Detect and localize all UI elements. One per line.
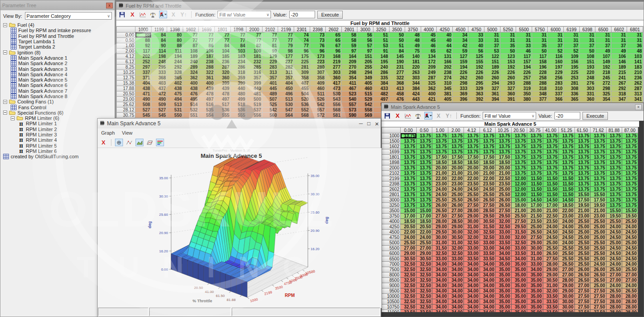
table-cell[interactable]: 35.00 (511, 272, 527, 278)
table-cell[interactable]: 226 (484, 70, 500, 75)
table-cell[interactable]: 32.50 (448, 251, 464, 256)
table-cell[interactable]: 30.50 (401, 256, 417, 262)
table-cell[interactable]: 34 (452, 38, 468, 43)
table-cell[interactable]: 31 (627, 38, 643, 43)
table-cell[interactable]: 28.00 (559, 278, 575, 283)
table-cell[interactable]: 530 (326, 91, 342, 97)
row-header[interactable]: 17.88 (117, 86, 135, 91)
table-cell[interactable]: 34.00 (480, 310, 496, 313)
table-cell[interactable]: 344 (405, 81, 421, 86)
table-cell[interactable]: 35.00 (496, 283, 512, 288)
table-cell[interactable]: 545 (135, 113, 152, 118)
table-cell[interactable]: 295 (468, 81, 484, 86)
table-cell[interactable]: 228 (532, 70, 548, 75)
table-cell[interactable]: 526 (310, 97, 326, 102)
table-cell[interactable]: 23.00 (574, 214, 591, 219)
table-cell[interactable]: 18.50 (416, 219, 432, 224)
table-cell[interactable]: 51 (373, 38, 389, 43)
table-cell[interactable]: 377 (532, 97, 548, 102)
row-header[interactable]: 2602 (382, 187, 401, 192)
table-cell[interactable]: 404 (278, 81, 294, 86)
table-cell[interactable]: 13.75 (559, 133, 575, 139)
table-cell[interactable]: 19.50 (622, 214, 638, 219)
table-cell[interactable]: 439 (199, 86, 215, 91)
table-cell[interactable]: 77 (278, 38, 294, 43)
table-cell[interactable]: 30.50 (448, 235, 464, 240)
table-cell[interactable]: 13.75 (622, 198, 638, 203)
table-cell[interactable]: 25.50 (448, 198, 464, 203)
table-cell[interactable]: 13.75 (622, 155, 638, 160)
table-cell[interactable]: 384 (373, 81, 389, 86)
tree-item[interactable]: Fuel by RPM and intake pressure (3, 28, 115, 33)
table-cell[interactable]: 34.00 (480, 272, 496, 278)
row-header[interactable]: 2199 (382, 176, 401, 181)
table-cell[interactable]: 226 (452, 70, 468, 75)
table-cell[interactable]: 29.00 (559, 283, 575, 288)
table-cell[interactable]: 18.50 (496, 160, 512, 165)
table-cell[interactable]: 87 (183, 43, 199, 49)
table-cell[interactable]: 497 (373, 97, 389, 102)
table-cell[interactable]: 25.50 (606, 267, 622, 272)
table-cell[interactable]: 13.75 (401, 181, 417, 187)
row-header[interactable]: 1.00 (117, 43, 135, 49)
view-by-select[interactable]: Parameter Category∨ (25, 12, 112, 20)
table-cell[interactable]: 32.50 (401, 305, 417, 310)
table-cell[interactable]: 236 (627, 75, 643, 81)
table-cell[interactable]: 73 (310, 38, 326, 43)
table-cell[interactable]: 28.00 (622, 310, 638, 313)
table-cell[interactable]: 25.50 (559, 256, 575, 262)
table-cell[interactable]: 411 (341, 81, 357, 86)
table-cell[interactable]: 24.00 (622, 224, 638, 230)
table-cell[interactable]: 98 (278, 49, 294, 54)
table-cell[interactable]: 590 (341, 113, 357, 118)
table-cell[interactable]: 185 (214, 54, 230, 59)
table-cell[interactable]: 31 (500, 38, 516, 43)
table-cell[interactable]: 11.50 (543, 192, 559, 198)
table-cell[interactable]: 555 (214, 113, 230, 118)
table-cell[interactable]: 25.50 (416, 240, 432, 246)
row-header[interactable]: 2801 (382, 192, 401, 198)
table-cell[interactable]: 13.75 (448, 133, 464, 139)
table-cell[interactable]: 35.00 (511, 262, 527, 267)
table-cell[interactable]: 361 (199, 75, 215, 81)
table-cell[interactable]: 267 (611, 81, 627, 86)
table-cell[interactable]: 28.00 (606, 305, 622, 310)
table-cell[interactable]: 22.50 (543, 214, 559, 219)
table-cell[interactable]: 13.75 (574, 155, 591, 160)
table-cell[interactable]: 56 (468, 49, 484, 54)
table-cell[interactable]: 32.50 (401, 294, 417, 299)
table-cell[interactable]: 308 (564, 86, 580, 91)
table-cell[interactable]: 189 (183, 54, 199, 59)
table-cell[interactable]: 25.50 (496, 192, 512, 198)
row-header[interactable]: 1000 (382, 133, 401, 139)
table-cell[interactable]: 478 (199, 91, 215, 97)
table-cell[interactable]: 13.75 (464, 139, 480, 144)
table-cell[interactable]: 11.50 (543, 176, 559, 181)
table-cell[interactable]: 13.75 (606, 176, 622, 181)
table-cell[interactable]: 551 (183, 113, 199, 118)
table-cell[interactable]: 542 (262, 107, 278, 113)
table-cell[interactable]: 13.75 (496, 139, 512, 144)
table-cell[interactable]: 24.00 (416, 235, 432, 240)
table-cell[interactable]: 77 (214, 33, 230, 38)
row-header[interactable]: 10.25 (117, 70, 135, 75)
table-cell[interactable]: 508 (135, 102, 152, 107)
table-cell[interactable]: 13.75 (401, 155, 417, 160)
table-cell[interactable]: 22.00 (464, 176, 480, 181)
table-cell[interactable]: 56 (357, 33, 373, 38)
row-header[interactable]: 15.38 (117, 81, 135, 86)
table-cell[interactable]: 34.00 (464, 262, 480, 267)
table-cell[interactable]: 25.00 (543, 240, 559, 246)
table-cell[interactable]: 11.50 (559, 176, 575, 181)
table-cell[interactable]: 30.00 (559, 310, 575, 313)
row-header[interactable]: 6.12 (117, 59, 135, 65)
table-cell[interactable]: 53 (484, 49, 500, 54)
table-cell[interactable]: 145 (389, 54, 405, 59)
table-cell[interactable]: 29.00 (464, 214, 480, 219)
column-header[interactable]: 3250 (373, 27, 389, 33)
table-cell[interactable]: 27.50 (591, 288, 607, 294)
table-cell[interactable]: 32.50 (416, 283, 432, 288)
table-cell[interactable]: 31.00 (527, 256, 543, 262)
table-cell[interactable]: 96 (294, 49, 310, 54)
table-cell[interactable]: 11.50 (527, 176, 543, 181)
